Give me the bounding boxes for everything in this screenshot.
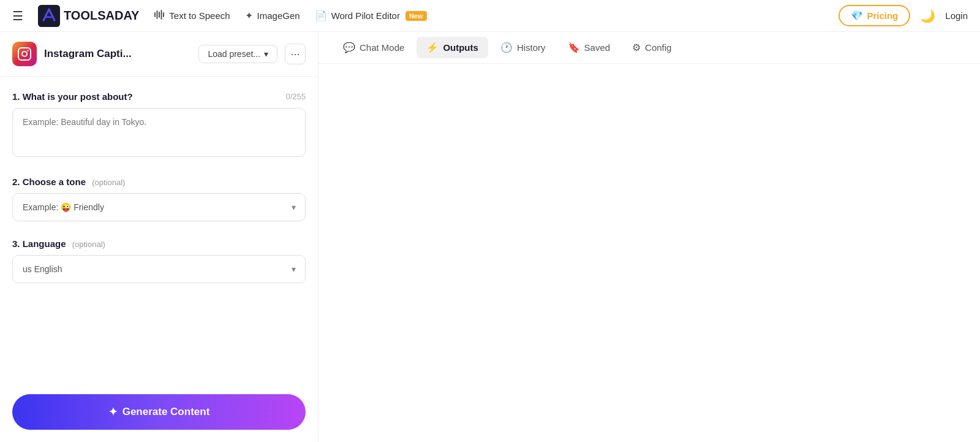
field-post-about: 1. What is your post about? 0/255 bbox=[12, 91, 306, 159]
tab-outputs-label: Outputs bbox=[443, 42, 478, 53]
tab-outputs[interactable]: ⚡ Outputs bbox=[417, 37, 488, 58]
tab-saved-label: Saved bbox=[584, 42, 611, 53]
post-about-input[interactable] bbox=[12, 108, 306, 157]
field-title-3: Language bbox=[23, 238, 66, 249]
nav-text-to-speech[interactable]: Text to Speech bbox=[154, 9, 230, 23]
generate-label: Generate Content bbox=[123, 406, 210, 418]
language-select-wrapper: us English bbox=[12, 255, 306, 283]
language-select[interactable]: us English bbox=[12, 255, 306, 283]
char-count: 0/255 bbox=[285, 92, 306, 101]
nav-imagegen[interactable]: ✦ ImageGen bbox=[245, 10, 300, 21]
tab-chat-mode-label: Chat Mode bbox=[360, 42, 404, 53]
gear-icon: ⚙ bbox=[632, 42, 641, 53]
tab-config-label: Config bbox=[645, 42, 671, 53]
svg-rect-2 bbox=[157, 10, 158, 19]
left-panel: Instagram Capti... Load preset... ▾ ··· … bbox=[0, 32, 318, 442]
instagram-icon bbox=[12, 42, 37, 66]
field-label-language: 3. Language (optional) bbox=[12, 238, 306, 249]
right-content bbox=[318, 64, 980, 442]
field-language: 3. Language (optional) us English bbox=[12, 238, 306, 283]
main-layout: Instagram Capti... Load preset... ▾ ··· … bbox=[0, 32, 980, 442]
svg-point-8 bbox=[27, 50, 28, 51]
svg-point-7 bbox=[22, 51, 27, 56]
imagegen-icon: ✦ bbox=[245, 10, 253, 21]
tone-select[interactable]: Example: 😜 Friendly bbox=[12, 193, 306, 221]
hamburger-menu[interactable]: ☰ bbox=[12, 9, 23, 23]
field-label-tone: 2. Choose a tone (optional) bbox=[12, 177, 306, 187]
field-title-1: What is your post about? bbox=[23, 91, 133, 102]
field-number-3: 3. Language (optional) bbox=[12, 238, 105, 249]
more-options-button[interactable]: ··· bbox=[285, 44, 306, 64]
logo-icon bbox=[38, 5, 60, 27]
svg-rect-6 bbox=[18, 48, 31, 60]
top-nav: ☰ TOOLSADAY Text to Speech ✦ ImageGen 📄 … bbox=[0, 0, 980, 32]
document-icon: 📄 bbox=[315, 10, 327, 21]
sparkle-icon: ✦ bbox=[108, 405, 118, 419]
bookmark-icon: 🔖 bbox=[568, 42, 580, 53]
field-title-2: Choose a tone bbox=[23, 177, 86, 187]
tab-history[interactable]: 🕐 History bbox=[491, 37, 556, 58]
chat-icon: 💬 bbox=[343, 42, 355, 53]
field-label-post-about: 1. What is your post about? 0/255 bbox=[12, 91, 306, 102]
tab-config[interactable]: ⚙ Config bbox=[622, 37, 681, 58]
load-preset-label: Load preset... bbox=[208, 49, 260, 59]
field-number-1: 1. What is your post about? bbox=[12, 91, 133, 102]
more-icon: ··· bbox=[290, 48, 300, 61]
dark-mode-button[interactable]: 🌙 bbox=[920, 9, 935, 23]
tone-select-wrapper: Example: 😜 Friendly bbox=[12, 193, 306, 221]
bolt-icon: ⚡ bbox=[426, 42, 439, 53]
panel-body: 1. What is your post about? 0/255 2. Cho… bbox=[0, 77, 318, 394]
logo-text: TOOLSADAY bbox=[64, 9, 139, 23]
word-pilot-label: Word Pilot Editor bbox=[331, 10, 400, 21]
svg-rect-3 bbox=[159, 12, 160, 18]
tab-saved[interactable]: 🔖 Saved bbox=[558, 37, 620, 58]
svg-rect-1 bbox=[154, 12, 156, 17]
field-tone: 2. Choose a tone (optional) Example: 😜 F… bbox=[12, 177, 306, 221]
svg-rect-0 bbox=[38, 5, 60, 27]
svg-rect-5 bbox=[163, 12, 164, 17]
panel-header: Instagram Capti... Load preset... ▾ ··· bbox=[0, 32, 318, 77]
chevron-down-icon: ▾ bbox=[264, 49, 268, 59]
imagegen-label: ImageGen bbox=[257, 10, 300, 21]
new-badge: New bbox=[405, 11, 427, 21]
login-button[interactable]: Login bbox=[945, 10, 968, 21]
clock-icon: 🕐 bbox=[500, 42, 513, 53]
language-optional: (optional) bbox=[72, 240, 105, 249]
nav-right: 💎 Pricing 🌙 Login bbox=[839, 5, 968, 26]
generate-content-button[interactable]: ✦ Generate Content bbox=[12, 394, 306, 430]
pricing-button[interactable]: 💎 Pricing bbox=[839, 5, 910, 26]
svg-rect-4 bbox=[161, 10, 162, 20]
panel-title: Instagram Capti... bbox=[44, 48, 191, 60]
gem-icon: 💎 bbox=[851, 10, 863, 21]
field-number-2: 2. Choose a tone (optional) bbox=[12, 177, 125, 187]
tone-optional: (optional) bbox=[92, 178, 125, 187]
right-tabs: 💬 Chat Mode ⚡ Outputs 🕐 History 🔖 Saved … bbox=[318, 32, 980, 64]
load-preset-button[interactable]: Load preset... ▾ bbox=[198, 45, 277, 63]
logo[interactable]: TOOLSADAY bbox=[38, 5, 139, 27]
tab-history-label: History bbox=[517, 42, 546, 53]
nav-word-pilot[interactable]: 📄 Word Pilot Editor New bbox=[315, 10, 427, 21]
pricing-label: Pricing bbox=[867, 10, 898, 21]
text-to-speech-label: Text to Speech bbox=[169, 10, 230, 21]
right-panel: 💬 Chat Mode ⚡ Outputs 🕐 History 🔖 Saved … bbox=[318, 32, 980, 442]
tab-chat-mode[interactable]: 💬 Chat Mode bbox=[333, 37, 414, 58]
audio-wave-icon bbox=[154, 9, 165, 23]
